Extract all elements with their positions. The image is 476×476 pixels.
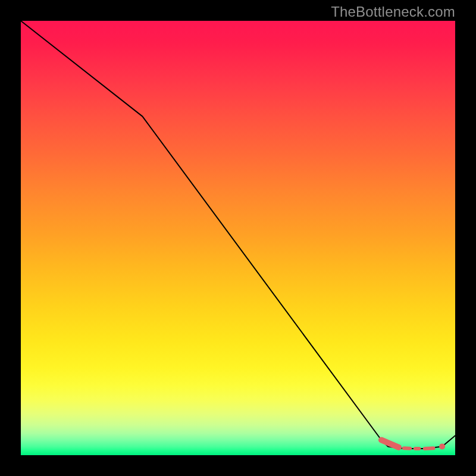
chart-overlay: [21, 21, 455, 455]
slider-highlight: [381, 440, 399, 447]
slider-seg-3: [425, 448, 434, 449]
bottleneck-curve: [21, 21, 455, 449]
chart-frame: TheBottleneck.com: [0, 0, 476, 476]
slider-dot: [439, 443, 445, 449]
watermark-text: TheBottleneck.com: [331, 4, 455, 20]
